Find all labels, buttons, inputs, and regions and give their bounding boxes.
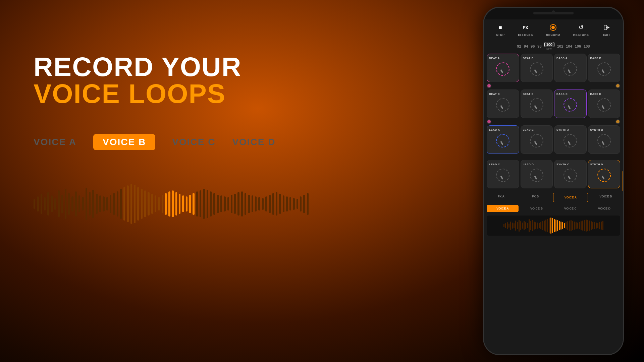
record-icon: [548, 23, 558, 32]
bpm-100[interactable]: 100: [544, 42, 554, 47]
bpm-96[interactable]: 96: [531, 44, 535, 48]
spacer: [484, 155, 623, 159]
pad-synth-c[interactable]: SYNTH C: [554, 160, 587, 188]
vbtn-c[interactable]: VOICE C: [554, 205, 586, 212]
knob-beat-a[interactable]: [496, 62, 509, 76]
restore-label: RESTORE: [573, 33, 589, 37]
effects-label: EFFECTS: [518, 33, 533, 37]
knob-synth-c[interactable]: [564, 169, 577, 182]
bpm-108[interactable]: 108: [584, 44, 590, 48]
bpm-104[interactable]: 104: [566, 44, 572, 48]
connector-dot-3: [487, 119, 491, 124]
connector-row-1: [484, 83, 623, 88]
voice-tab-c[interactable]: VOICE C: [172, 137, 215, 147]
tab-voice-a[interactable]: VOICE A: [553, 193, 588, 202]
bpm-active-wrap: 100 BPM: [544, 42, 554, 50]
bpm-106[interactable]: 106: [575, 44, 581, 48]
exit-icon: [602, 23, 611, 32]
record-label: RECORD: [546, 33, 560, 37]
knob-beat-c[interactable]: [496, 98, 509, 112]
vbtn-b[interactable]: VOICE B: [521, 205, 552, 212]
bottom-tabs: FX A FX B VOICE A VOICE B: [484, 192, 623, 203]
headline-white: RECORD YOUR: [34, 52, 242, 82]
bpm-unit: BPM: [546, 47, 552, 50]
pad-grid-row3: LEAD A LEAD B SYNTH A SYNTH B: [484, 124, 623, 155]
exit-button[interactable]: EXIT: [602, 23, 611, 37]
knob-bass-b[interactable]: [597, 62, 611, 76]
knob-lead-a[interactable]: [496, 134, 509, 147]
tab-fx-b[interactable]: FX B: [518, 192, 552, 203]
voice-tab-a[interactable]: VOICE A: [34, 137, 76, 147]
tab-fx-a[interactable]: FX A: [484, 192, 518, 203]
headline: RECORD YOUR VOICE LOOPS: [34, 54, 242, 107]
stop-button[interactable]: ■ STOP: [495, 23, 505, 37]
bpm-98[interactable]: 98: [537, 44, 541, 48]
stop-icon: ■: [495, 23, 505, 32]
left-panel: RECORD YOUR VOICE LOOPS VOICE A VOICE B …: [0, 0, 315, 362]
restore-button[interactable]: ↺ RESTORE: [573, 23, 589, 37]
voice-row: VOICE A VOICE B VOICE C VOICE D: [484, 203, 623, 214]
pad-grid-row1: BEAT A BEAT B BASS A BASS B: [484, 52, 623, 83]
pad-synth-b[interactable]: SYNTH B: [588, 125, 621, 154]
headline-orange: VOICE LOOPS: [34, 79, 226, 109]
pad-bass-a[interactable]: BASS A: [554, 54, 587, 82]
knob-lead-b[interactable]: [530, 134, 543, 147]
connector-dot-4: [615, 119, 620, 124]
mini-waveform: [487, 216, 620, 236]
exit-label: EXIT: [603, 33, 610, 37]
connector-dot-1: [487, 83, 491, 88]
tab-voice-b[interactable]: VOICE B: [589, 192, 623, 203]
pad-grid-row4: LEAD C LEAD D SYNTH C SYNTH D: [484, 159, 623, 190]
phone-content: ■ STOP FX EFFECTS RECORD: [484, 19, 623, 354]
vbtn-d[interactable]: VOICE D: [588, 205, 620, 212]
voice-tabs: VOICE A VOICE B VOICE C VOICE D: [34, 134, 276, 150]
restore-icon: ↺: [576, 23, 586, 32]
bpm-row: 92 94 96 98 100 BPM 102 104 106 108: [484, 40, 623, 52]
phone: ■ STOP FX EFFECTS RECORD: [483, 7, 624, 355]
connector-row-2: [484, 119, 623, 124]
knob-synth-a[interactable]: [564, 134, 577, 147]
pad-lead-a[interactable]: LEAD A: [487, 125, 519, 154]
effects-button[interactable]: FX EFFECTS: [518, 23, 533, 37]
vbtn-a[interactable]: VOICE A: [487, 205, 519, 212]
knob-synth-d[interactable]: [597, 169, 611, 182]
pad-beat-d[interactable]: BEAT D: [521, 89, 553, 118]
scroll-indicator[interactable]: [623, 171, 624, 191]
knob-beat-b[interactable]: [530, 62, 543, 76]
knob-synth-b[interactable]: [597, 134, 611, 147]
phone-camera: [552, 10, 555, 14]
knob-bass-d[interactable]: [597, 98, 611, 112]
pad-synth-d[interactable]: SYNTH D: [588, 160, 621, 188]
knob-lead-c[interactable]: [496, 169, 509, 182]
knob-bass-c[interactable]: [564, 98, 577, 112]
pad-grid-row2: BEAT C BEAT D BASS C BASS D: [484, 88, 623, 119]
pad-bass-b[interactable]: BASS B: [588, 54, 621, 82]
voice-tab-b[interactable]: VOICE B: [93, 134, 155, 150]
knob-lead-d[interactable]: [530, 169, 543, 182]
bpm-94[interactable]: 94: [524, 44, 528, 48]
svg-point-1: [551, 26, 555, 29]
pad-beat-c[interactable]: BEAT C: [487, 89, 519, 118]
phone-container: ■ STOP FX EFFECTS RECORD: [483, 7, 624, 355]
pad-beat-b[interactable]: BEAT B: [521, 54, 553, 82]
pad-beat-a[interactable]: BEAT A: [487, 54, 519, 82]
bpm-92[interactable]: 92: [517, 44, 521, 48]
bpm-102[interactable]: 102: [557, 44, 563, 48]
voice-tab-d[interactable]: VOICE D: [232, 137, 275, 147]
pad-lead-d[interactable]: LEAD D: [521, 160, 553, 188]
pad-bass-d[interactable]: BASS D: [588, 89, 621, 118]
pad-bass-c[interactable]: BASS C: [554, 89, 587, 118]
pad-lead-c[interactable]: LEAD C: [487, 160, 519, 188]
pad-synth-a[interactable]: SYNTH A: [554, 125, 587, 154]
toolbar: ■ STOP FX EFFECTS RECORD: [484, 19, 623, 40]
waveform: [34, 167, 309, 241]
connector-dot-2: [615, 83, 620, 88]
stop-label: STOP: [496, 33, 504, 37]
knob-bass-a[interactable]: [564, 62, 577, 76]
effects-icon: FX: [521, 23, 530, 32]
record-button[interactable]: RECORD: [546, 23, 560, 37]
knob-beat-d[interactable]: [530, 98, 543, 112]
pad-lead-b[interactable]: LEAD B: [521, 125, 553, 154]
